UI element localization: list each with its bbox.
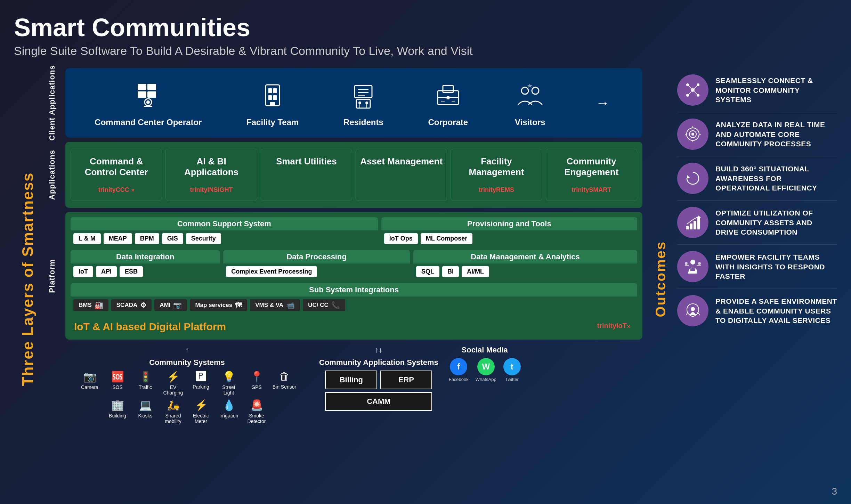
page-number: 3	[832, 486, 837, 497]
svg-rect-8	[268, 88, 272, 93]
social-media: Social Media f Facebook W WhatsApp t Twi	[449, 346, 521, 382]
comm-item-gps: 📍GPS	[244, 371, 269, 396]
outcome-icon-4	[677, 207, 708, 238]
corporate-icon	[431, 79, 465, 113]
page-subtitle: Single Suite Software To Build A Desirab…	[14, 44, 837, 58]
app-card-ccc: Command & Control Center trinityCCC ✕	[71, 149, 162, 201]
center-content: Client Applications	[42, 68, 642, 490]
comm-item-bin: 🗑Bin Sensor	[272, 371, 297, 396]
cs-item-gis: GIS	[162, 233, 183, 244]
client-app-facility: Facility Team	[246, 79, 299, 127]
community-app-systems: ↑↓ Community Application Systems Billing…	[319, 346, 438, 411]
svg-point-53	[690, 260, 695, 265]
ss-scada: SCADA ⚙	[111, 299, 152, 311]
svg-rect-9	[273, 88, 277, 93]
platform-box: Common Support System L & M MEAP BPM GIS…	[65, 212, 642, 340]
app-facility-badge: trinityREMS	[479, 186, 514, 194]
comm-item-streetlight: 💡Street Light	[217, 371, 241, 396]
community-systems-title: Community Systems	[149, 358, 225, 367]
outcome-text-3: BUILD 360° SITUATIONAL AWARENESS FOR OPE…	[715, 164, 837, 193]
community-systems: ↑ Community Systems 📷Camera 🆘SOS 🚦Traffi…	[65, 346, 309, 424]
header: Smart Communities Single Suite Software …	[14, 14, 837, 58]
outcome-item-4: OPTIMIZE UTILIZATION OF COMMUNITY ASSETS…	[677, 201, 837, 245]
app-ccc-title: Command & Control Center	[74, 156, 158, 178]
visitors-label: Visitors	[515, 117, 545, 127]
comm-item-sos: 🆘SOS	[105, 371, 130, 396]
outcome-item-6: PROVIDE A SAFE ENVIRONMENT & ENABLE COMM…	[677, 289, 837, 333]
outcome-text-2: ANALYZE DATA IN REAL TIME AND AUTOMATE C…	[715, 120, 837, 148]
outcomes-label: Outcomes	[653, 241, 668, 317]
svg-rect-23	[443, 86, 453, 92]
app-asset-title: Asset Management	[360, 156, 443, 167]
comm-item-electric: ⚡Electric Meter	[189, 399, 213, 424]
platform-label: Platform	[42, 212, 63, 340]
cs-item-lm: L & M	[73, 233, 101, 244]
whatsapp-label: WhatsApp	[476, 377, 496, 382]
corporate-label: Corporate	[428, 117, 468, 127]
ss-map: Map services 🗺	[190, 299, 247, 311]
iot-row: IoT & AI based Digital Platform trinityI…	[71, 317, 637, 334]
app-card-facility: Facility Management trinityREMS	[451, 149, 542, 201]
outcome-icon-2	[677, 119, 708, 150]
client-apps-label: Client Applications	[42, 68, 63, 138]
right-outcomes: Outcomes	[642, 68, 837, 490]
app-aibi-badge: trinityINSIGHT	[190, 186, 233, 194]
svg-point-25	[446, 96, 450, 99]
apps-box: Command & Control Center trinityCCC ✕ AI…	[65, 142, 642, 208]
iot-label: IoT & AI based Digital Platform	[74, 321, 226, 333]
billing-box: Billing	[325, 371, 377, 389]
svg-rect-12	[270, 102, 275, 106]
trinity-iot: trinityIoT✕	[597, 322, 634, 330]
comm-item-traffic: 🚦Traffic	[133, 371, 157, 396]
social-icons: f Facebook W WhatsApp t Twitter	[449, 358, 521, 382]
client-app-operator: Command Center Operator	[95, 79, 202, 127]
erp-box: ERP	[380, 371, 432, 389]
social-facebook: f Facebook	[449, 358, 469, 382]
three-layers-label: Three Layers of Smartness	[19, 172, 37, 386]
subsystem-items: BMS 🏭 SCADA ⚙ AMI 📷 Map services 🗺 VMS &…	[71, 296, 637, 314]
outcome-icon-1	[677, 74, 708, 106]
svg-point-18	[358, 101, 361, 104]
svg-rect-50	[694, 221, 696, 229]
svg-rect-11	[273, 95, 277, 100]
social-whatsapp: W WhatsApp	[476, 358, 496, 382]
outcome-icon-6	[677, 295, 708, 326]
data-mgmt-items: SQL BI AI/ML	[413, 263, 637, 280]
twitter-icon: t	[503, 358, 521, 375]
facility-label: Facility Team	[246, 117, 299, 127]
data-integration-items: IoT API ESB	[71, 263, 220, 280]
cs-item-meap: MEAP	[104, 233, 132, 244]
comm-item-smoke: 🚨Smoke Detector	[244, 399, 269, 424]
svg-line-36	[688, 85, 693, 90]
facebook-label: Facebook	[449, 377, 469, 382]
svg-rect-49	[690, 223, 692, 229]
outcome-item-3: BUILD 360° SITUATIONAL AWARENESS FOR OPE…	[677, 156, 837, 201]
svg-rect-55	[697, 265, 701, 266]
comm-item-building: 🏢Building	[105, 399, 130, 424]
svg-rect-3	[147, 91, 156, 98]
common-support-items: L & M MEAP BPM GIS Security	[71, 230, 378, 247]
svg-marker-52	[697, 216, 701, 218]
svg-point-19	[365, 101, 368, 104]
main-container: Smart Communities Single Suite Software …	[0, 0, 851, 504]
ss-vms: VMS & VA 📹	[250, 299, 300, 311]
outcomes-items: SEAMLESSLY CONNECT & MONITOR COMMUNITY S…	[677, 68, 837, 490]
app-asset-badge	[400, 186, 402, 194]
outcome-item-5: EMPOWER FACILITY TEAMS WITH INSIGHTS TO …	[677, 245, 837, 289]
outcome-text-5: EMPOWER FACILITY TEAMS WITH INSIGHTS TO …	[715, 252, 837, 281]
outcome-item-1: SEAMLESSLY CONNECT & MONITOR COMMUNITY S…	[677, 68, 837, 112]
comm-app-bottom-row: CAMM	[325, 392, 432, 411]
dm-bi: BI	[442, 266, 459, 277]
outcome-icon-5	[677, 251, 708, 282]
comm-item-ev: ⚡EV Charging	[161, 371, 185, 396]
provisioning-title: Provisioning and Tools	[381, 217, 637, 230]
comm-item-kiosks: 💻Kiosks	[133, 399, 157, 424]
data-processing-title: Data Processing	[223, 250, 410, 263]
svg-rect-10	[268, 95, 272, 100]
left-label: Three Layers of Smartness	[14, 68, 42, 490]
community-app-title: Community Application Systems	[319, 358, 438, 367]
applications-label: Applications	[42, 142, 63, 208]
comm-item-parking: 🅿Parking	[189, 371, 213, 396]
comm-app-boxes: Billing ERP CAMM	[325, 371, 432, 411]
svg-line-39	[693, 90, 698, 95]
